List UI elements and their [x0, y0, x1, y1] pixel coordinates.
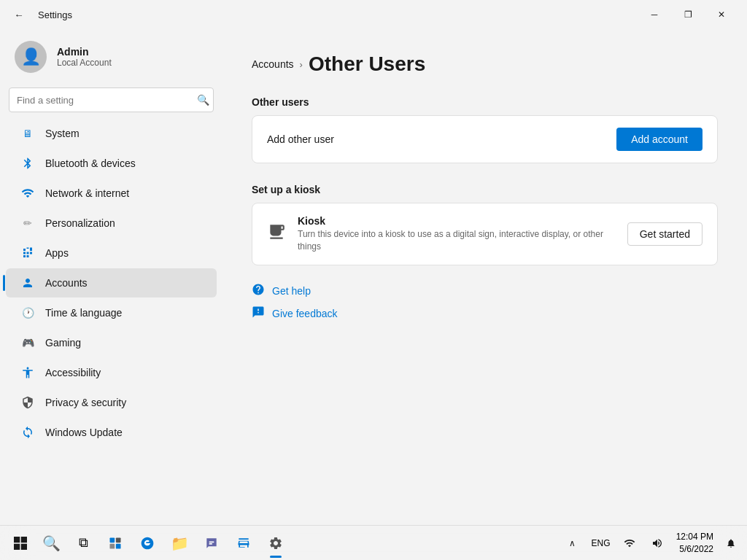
- window-controls: ─ ❐ ✕: [638, 3, 738, 26]
- add-other-user-label: Add other user: [267, 133, 334, 145]
- search-input[interactable]: [9, 88, 214, 112]
- store-button[interactable]: [228, 527, 260, 559]
- taskview-button[interactable]: ⧉: [67, 527, 99, 559]
- sidebar-item-system[interactable]: 🖥 System: [6, 119, 217, 148]
- user-name: Admin: [57, 46, 112, 58]
- user-section: 👤 Admin Local Account: [0, 29, 222, 88]
- sidebar-item-accounts[interactable]: Accounts: [6, 268, 217, 298]
- tray-expand-button[interactable]: ∧: [561, 529, 584, 558]
- sidebar-item-label-accounts: Accounts: [45, 277, 88, 289]
- minimize-button[interactable]: ─: [638, 3, 671, 26]
- clock-time: 12:04 PM: [676, 531, 713, 543]
- get-help-label: Get help: [272, 285, 311, 297]
- get-help-icon: [252, 283, 265, 300]
- breadcrumb: Accounts › Other Users: [252, 52, 718, 76]
- user-subtitle: Local Account: [57, 58, 112, 68]
- personalization-icon: ✏: [20, 216, 35, 230]
- taskbar: 🔍 ⧉ 📁 ∧ ENG 12:04 PM 5/6/2022: [0, 525, 747, 560]
- svg-rect-1: [116, 537, 121, 542]
- network-icon: [20, 186, 35, 201]
- sidebar-nav: 🖥 System Bluetooth & devices Network & i…: [0, 118, 222, 448]
- bluetooth-icon: [20, 156, 35, 171]
- sidebar-item-bluetooth[interactable]: Bluetooth & devices: [6, 149, 217, 178]
- gaming-icon: 🎮: [20, 335, 35, 350]
- taskbar-right: ∧ ENG 12:04 PM 5/6/2022: [561, 529, 741, 558]
- search-icon-button[interactable]: 🔍: [197, 94, 209, 106]
- language-button[interactable]: ENG: [589, 538, 614, 548]
- notification-button[interactable]: [721, 529, 741, 558]
- sidebar-item-label-system: System: [45, 128, 80, 139]
- help-links: Get help Give feedback: [252, 283, 718, 322]
- give-feedback-icon: [252, 306, 265, 322]
- apps-icon: [20, 246, 35, 260]
- explorer-button[interactable]: 📁: [163, 527, 196, 559]
- get-started-button[interactable]: Get started: [627, 222, 703, 246]
- sidebar-item-time[interactable]: 🕐 Time & language: [6, 298, 217, 327]
- other-users-title: Other users: [252, 96, 718, 108]
- search-box: 🔍: [9, 88, 214, 112]
- kiosk-card: Kiosk Turn this device into a kiosk to u…: [252, 203, 718, 265]
- add-account-button[interactable]: Add account: [616, 128, 703, 151]
- sidebar-item-label-bluetooth: Bluetooth & devices: [45, 158, 136, 169]
- taskbar-clock[interactable]: 12:04 PM 5/6/2022: [673, 531, 716, 556]
- give-feedback-link[interactable]: Give feedback: [252, 306, 718, 322]
- kiosk-title: Kiosk: [298, 215, 627, 227]
- sidebar-item-apps[interactable]: Apps: [6, 238, 217, 268]
- get-help-link[interactable]: Get help: [252, 283, 718, 300]
- time-icon: 🕐: [20, 306, 35, 320]
- add-other-user-card: Add other user Add account: [252, 115, 718, 163]
- widgets-button[interactable]: [99, 527, 131, 559]
- sidebar-item-privacy[interactable]: Privacy & security: [6, 388, 217, 417]
- sidebar-item-gaming[interactable]: 🎮 Gaming: [6, 328, 217, 357]
- user-info: Admin Local Account: [57, 46, 112, 68]
- active-indicator: [270, 556, 282, 558]
- sidebar-item-personalization[interactable]: ✏ Personalization: [6, 209, 217, 238]
- sidebar-item-label-network: Network & internet: [45, 187, 129, 199]
- accessibility-icon: [20, 365, 35, 380]
- volume-button[interactable]: [646, 529, 669, 558]
- app-body: 👤 Admin Local Account 🔍 🖥 System Bluetoo…: [0, 29, 747, 525]
- update-icon: [20, 425, 35, 440]
- search-taskbar-button[interactable]: 🔍: [35, 527, 67, 559]
- close-button[interactable]: ✕: [705, 3, 738, 26]
- maximize-button[interactable]: ❐: [671, 3, 705, 26]
- avatar: 👤: [15, 41, 47, 73]
- back-button[interactable]: ←: [9, 4, 29, 25]
- breadcrumb-separator: ›: [300, 59, 303, 70]
- accounts-icon: [20, 276, 35, 290]
- sidebar-item-label-gaming: Gaming: [45, 337, 81, 349]
- title-bar-left: ← Settings: [9, 4, 72, 25]
- kiosk-info: Kiosk Turn this device into a kiosk to u…: [298, 215, 627, 253]
- app-title: Settings: [38, 9, 72, 20]
- teams-button[interactable]: [196, 527, 228, 559]
- kiosk-description: Turn this device into a kiosk to use as …: [298, 228, 627, 253]
- sidebar-item-label-apps: Apps: [45, 247, 69, 259]
- sidebar-item-label-personalization: Personalization: [45, 217, 115, 229]
- kiosk-icon: [267, 222, 286, 246]
- give-feedback-label: Give feedback: [272, 308, 338, 319]
- svg-rect-2: [110, 543, 115, 548]
- breadcrumb-current: Other Users: [309, 52, 425, 76]
- sidebar-item-label-time: Time & language: [45, 307, 122, 319]
- privacy-icon: [20, 395, 35, 410]
- sidebar-item-update[interactable]: Windows Update: [6, 418, 217, 447]
- sidebar-item-accessibility[interactable]: Accessibility: [6, 358, 217, 387]
- network-status-button[interactable]: [618, 529, 641, 558]
- avatar-icon: 👤: [21, 47, 41, 66]
- edge-browser-button[interactable]: [131, 527, 163, 559]
- title-bar: ← Settings ─ ❐ ✕: [0, 0, 747, 29]
- kiosk-section-title: Set up a kiosk: [252, 184, 718, 195]
- kiosk-section: Set up a kiosk Kiosk Turn this device in…: [252, 184, 718, 265]
- system-icon: 🖥: [20, 126, 35, 141]
- settings-button[interactable]: [260, 527, 292, 559]
- breadcrumb-parent[interactable]: Accounts: [252, 58, 294, 70]
- content-area: Accounts › Other Users Other users Add o…: [222, 29, 747, 525]
- start-button[interactable]: [6, 529, 35, 558]
- sidebar-item-network[interactable]: Network & internet: [6, 179, 217, 208]
- sidebar-item-label-accessibility: Accessibility: [45, 367, 101, 378]
- sidebar-item-label-update: Windows Update: [45, 427, 123, 438]
- svg-rect-3: [116, 543, 121, 548]
- sidebar-item-label-privacy: Privacy & security: [45, 397, 126, 408]
- svg-rect-0: [110, 537, 115, 542]
- kiosk-left: Kiosk Turn this device into a kiosk to u…: [267, 215, 627, 253]
